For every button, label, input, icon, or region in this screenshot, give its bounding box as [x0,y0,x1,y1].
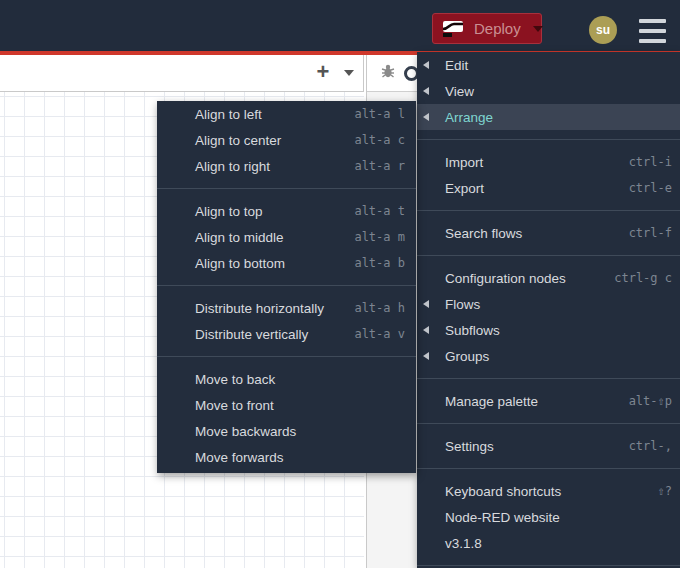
menu-item-import[interactable]: Importctrl-i [417,149,680,175]
main-menu: EditViewArrangeImportctrl-iExportctrl-eS… [417,52,680,568]
menu-item-shortcut: alt-a h [354,301,405,315]
menu-item-shortcut: alt-a r [354,159,405,173]
menu-item-export[interactable]: Exportctrl-e [417,175,680,201]
menu-divider [417,423,680,424]
flow-list-button[interactable] [343,59,355,87]
menu-item-label: Move forwards [195,450,284,465]
menu-divider [417,139,680,140]
menu-item-label: v3.1.8 [445,536,482,551]
menu-item-shortcut: ⇧? [658,484,672,498]
menu-divider [417,210,680,211]
menu-item-label: Move backwards [195,424,296,439]
menu-item-label: Align to top [195,204,263,219]
menu-item-shortcut: alt-a c [354,133,405,147]
menu-item-view[interactable]: View [417,78,680,104]
bug-icon [380,63,396,79]
menu-item-label: Flows [445,297,480,312]
menu-item-label: Align to left [195,107,262,122]
menu-item-align-to-top[interactable]: Align to topalt-a t [157,198,416,224]
menu-item-move-to-back[interactable]: Move to back [157,366,416,392]
menu-item-flows[interactable]: Flows [417,291,680,317]
menu-divider [157,356,416,357]
menu-item-keyboard-shortcuts[interactable]: Keyboard shortcuts⇧? [417,478,680,504]
menu-item-shortcut: ctrl-i [629,155,672,169]
menu-item-shortcut: ctrl-f [629,226,672,240]
menu-item-configuration-nodes[interactable]: Configuration nodesctrl-g c [417,265,680,291]
menu-item-label: Export [445,181,484,196]
menu-item-arrange[interactable]: Arrange [417,104,680,130]
menu-item-label: Distribute vertically [195,327,308,342]
menu-item-label: Edit [445,58,468,73]
menu-item-groups[interactable]: Groups [417,343,680,369]
menu-item-shortcut: alt-a m [354,230,405,244]
caret-down-icon [344,70,354,76]
menu-item-align-to-left[interactable]: Align to leftalt-a l [157,101,416,127]
menu-item-move-backwards[interactable]: Move backwards [157,418,416,444]
menu-item-label: Subflows [445,323,500,338]
menu-item-shortcut: ctrl-e [629,181,672,195]
user-avatar[interactable]: su [589,16,617,44]
add-flow-button[interactable]: + [311,59,335,87]
menu-item-settings[interactable]: Settingsctrl-, [417,433,680,459]
menu-item-align-to-right[interactable]: Align to rightalt-a r [157,153,416,179]
deploy-node-icon [440,19,466,39]
menu-item-label: Import [445,155,483,170]
menu-item-label: Search flows [445,226,522,241]
workspace-toolbar: + [0,55,364,92]
submenu-arrow-icon [423,352,429,360]
deploy-button-label: Deploy [474,20,521,37]
menu-item-label: Move to back [195,372,275,387]
menu-item-label: Keyboard shortcuts [445,484,561,499]
menu-item-distribute-horizontally[interactable]: Distribute horizontallyalt-a h [157,295,416,321]
menu-divider [417,565,680,566]
menu-item-move-to-front[interactable]: Move to front [157,392,416,418]
menu-item-shortcut: alt-a l [354,107,405,121]
menu-item-shortcut: ctrl-g c [614,271,672,285]
menu-item-label: Align to bottom [195,256,285,271]
submenu-arrow-icon [423,61,429,69]
main-menu-button[interactable] [639,19,666,43]
menu-item-label: Manage palette [445,394,538,409]
menu-item-shortcut: alt-a v [354,327,405,341]
menu-item-subflows[interactable]: Subflows [417,317,680,343]
header: Deploy su [0,0,680,51]
menu-item-label: Move to front [195,398,274,413]
submenu-arrow-icon [423,87,429,95]
menu-item-label: Configuration nodes [445,271,566,286]
menu-item-move-forwards[interactable]: Move forwards [157,444,416,470]
menu-divider [157,188,416,189]
menu-item-search-flows[interactable]: Search flowsctrl-f [417,220,680,246]
menu-item-manage-palette[interactable]: Manage palettealt-⇧p [417,388,680,414]
menu-item-align-to-middle[interactable]: Align to middlealt-a m [157,224,416,250]
menu-item-label: Align to center [195,133,281,148]
deploy-options-caret-icon[interactable] [533,26,543,32]
deploy-button[interactable]: Deploy [432,13,542,44]
menu-item-shortcut: alt-⇧p [629,394,672,408]
menu-divider [417,468,680,469]
menu-item-v3-1-8[interactable]: v3.1.8 [417,530,680,556]
menu-divider [157,285,416,286]
submenu-arrow-icon [423,113,429,121]
menu-item-shortcut: ctrl-, [629,439,672,453]
menu-item-label: Distribute horizontally [195,301,324,316]
menu-item-distribute-vertically[interactable]: Distribute verticallyalt-a v [157,321,416,347]
arrange-submenu: Align to leftalt-a lAlign to centeralt-a… [157,101,416,473]
submenu-arrow-icon [423,300,429,308]
node-red-app: Deploy su + [0,0,680,568]
debug-tab[interactable] [380,63,396,83]
user-initials: su [596,23,610,37]
hamburger-icon [639,19,666,23]
menu-item-label: Arrange [445,110,493,125]
menu-item-label: Settings [445,439,494,454]
menu-item-label: Node-RED website [445,510,560,525]
menu-item-shortcut: alt-a t [354,204,405,218]
menu-item-label: View [445,84,474,99]
menu-item-edit[interactable]: Edit [417,52,680,78]
menu-divider [417,255,680,256]
menu-item-node-red-website[interactable]: Node-RED website [417,504,680,530]
menu-item-align-to-bottom[interactable]: Align to bottomalt-a b [157,250,416,276]
menu-item-label: Align to middle [195,230,284,245]
menu-item-align-to-center[interactable]: Align to centeralt-a c [157,127,416,153]
menu-divider [417,378,680,379]
menu-item-label: Align to right [195,159,270,174]
